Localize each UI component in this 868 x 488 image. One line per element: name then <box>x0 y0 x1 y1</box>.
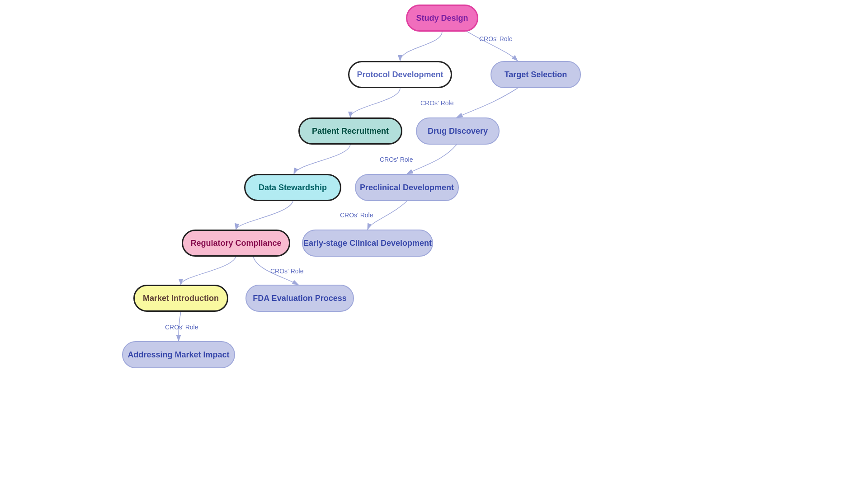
early-stage-label: Early-stage Clinical Development <box>303 239 432 248</box>
study-design-node[interactable]: Study Design <box>406 5 478 32</box>
preclinical-dev-label: Preclinical Development <box>360 183 454 192</box>
regulatory-compliance-node[interactable]: Regulatory Compliance <box>182 230 290 257</box>
patient-recruitment-node[interactable]: Patient Recruitment <box>298 117 402 145</box>
diagram-container: CROs' Role CROs' Role CROs' Role CROs' R… <box>0 0 868 488</box>
data-stewardship-node[interactable]: Data Stewardship <box>244 174 341 201</box>
cro-label-2: CROs' Role <box>420 99 453 107</box>
addressing-market-node[interactable]: Addressing Market Impact <box>122 341 235 368</box>
addressing-market-label: Addressing Market Impact <box>127 350 229 360</box>
cro-label-5: CROs' Role <box>270 267 303 275</box>
drug-discovery-label: Drug Discovery <box>428 127 488 136</box>
market-intro-node[interactable]: Market Introduction <box>133 285 228 312</box>
cro-label-3: CROs' Role <box>380 156 413 163</box>
early-stage-node[interactable]: Early-stage Clinical Development <box>302 230 433 257</box>
regulatory-compliance-label: Regulatory Compliance <box>190 239 281 248</box>
target-selection-node[interactable]: Target Selection <box>491 61 581 88</box>
cro-label-1: CROs' Role <box>479 35 512 42</box>
study-design-label: Study Design <box>416 14 468 23</box>
preclinical-dev-node[interactable]: Preclinical Development <box>355 174 459 201</box>
protocol-dev-label: Protocol Development <box>357 70 443 80</box>
protocol-dev-node[interactable]: Protocol Development <box>348 61 452 88</box>
fda-eval-node[interactable]: FDA Evaluation Process <box>245 285 354 312</box>
drug-discovery-node[interactable]: Drug Discovery <box>416 117 500 145</box>
data-stewardship-label: Data Stewardship <box>259 183 327 192</box>
target-selection-label: Target Selection <box>505 70 567 80</box>
cro-label-4: CROs' Role <box>340 211 373 219</box>
cro-label-6: CROs' Role <box>165 324 198 331</box>
market-intro-label: Market Introduction <box>143 294 219 303</box>
fda-eval-label: FDA Evaluation Process <box>253 294 346 303</box>
patient-recruitment-label: Patient Recruitment <box>312 127 389 136</box>
